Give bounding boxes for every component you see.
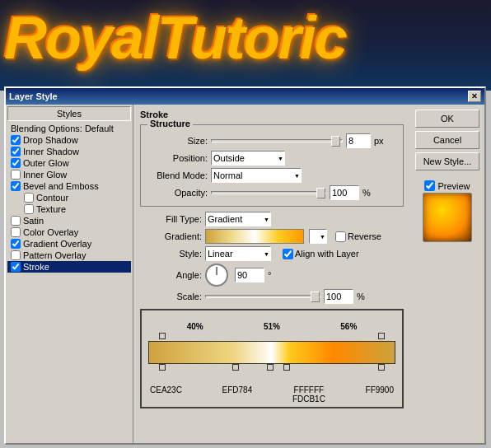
style-select[interactable]: Linear Radial Angle Reflected Diamond xyxy=(205,246,271,261)
align-layer-label[interactable]: Align with Layer xyxy=(283,249,359,259)
gradient-bar[interactable] xyxy=(148,341,395,364)
angle-dial[interactable] xyxy=(205,264,228,287)
style-item-gradient-overlay[interactable]: Gradient Overlay xyxy=(7,238,131,250)
styles-panel: Styles Blending Options: Default Drop Sh… xyxy=(6,105,133,443)
gradient-bar-wrapper: 40% 51% 56% xyxy=(148,322,395,404)
stop-left-bottom[interactable] xyxy=(159,364,166,371)
position-select[interactable]: Outside Inside Center xyxy=(211,151,285,166)
align-layer-text: Align with Layer xyxy=(295,249,359,259)
reverse-label[interactable]: Reverse xyxy=(335,231,381,242)
contour-checkbox[interactable] xyxy=(24,193,34,203)
scale-label: Scale: xyxy=(140,292,202,301)
blend-mode-label: Blend Mode: xyxy=(146,170,208,180)
style-label: Outer Glow xyxy=(23,158,69,168)
position-label: Position: xyxy=(146,153,208,163)
pct-40: 40% xyxy=(187,322,203,331)
cancel-button[interactable]: Cancel xyxy=(415,131,479,149)
pct-56: 56% xyxy=(340,322,357,331)
style-select-wrapper: Linear Radial Angle Reflected Diamond xyxy=(205,246,271,261)
style-item-texture[interactable]: Texture xyxy=(7,203,131,215)
stop-right-top[interactable] xyxy=(378,333,385,339)
preview-checkbox[interactable] xyxy=(424,180,435,191)
size-input[interactable] xyxy=(346,133,371,148)
color-label-1: CEA23C xyxy=(150,385,182,404)
style-item-color-overlay[interactable]: Color Overlay xyxy=(7,226,131,238)
blend-mode-select[interactable]: Normal Multiply Screen Overlay xyxy=(211,168,302,183)
outer-glow-checkbox[interactable] xyxy=(11,158,21,168)
canvas-preview: RoyalTutoric xyxy=(0,0,491,91)
stroke-checkbox[interactable] xyxy=(11,262,21,272)
angle-input[interactable] xyxy=(235,268,264,282)
style-label: Color Overlay xyxy=(23,227,78,237)
scale-input[interactable] xyxy=(324,289,353,304)
color-labels: CEA23C EFD784 FFFFFF FDCB1C FF9900 xyxy=(148,385,395,404)
position-select-wrapper: Outside Inside Center xyxy=(211,151,285,166)
preview-checkbox-row: Preview xyxy=(424,180,470,191)
style-item-satin[interactable]: Satin xyxy=(7,215,131,226)
size-label: Size: xyxy=(146,136,208,146)
stop-mid1-bottom[interactable] xyxy=(232,364,239,371)
style-item-stroke[interactable]: Stroke xyxy=(7,261,131,273)
fill-type-row: Fill Type: Gradient Color Pattern xyxy=(140,212,404,226)
texture-checkbox[interactable] xyxy=(24,204,34,214)
style-item-pattern-overlay[interactable]: Pattern Overlay xyxy=(7,250,131,261)
style-item-drop-shadow[interactable]: Drop Shadow xyxy=(7,134,131,146)
angle-label: Angle: xyxy=(140,270,202,280)
ok-button[interactable]: OK xyxy=(415,110,479,128)
inner-glow-checkbox[interactable] xyxy=(11,170,21,180)
blend-mode-select-wrapper: Normal Multiply Screen Overlay xyxy=(211,168,302,183)
styles-header: Styles xyxy=(7,106,131,121)
style-item-blending[interactable]: Blending Options: Default xyxy=(7,123,131,134)
reverse-checkbox[interactable] xyxy=(335,231,346,242)
structure-label: Structure xyxy=(147,119,193,128)
gradient-dropdown[interactable] xyxy=(309,229,327,244)
style-item-inner-glow[interactable]: Inner Glow xyxy=(7,169,131,180)
stop-left-top[interactable] xyxy=(159,333,166,339)
right-panel: OK Cancel New Style... Preview xyxy=(410,105,484,443)
angle-unit: ° xyxy=(268,270,271,280)
color-label-4: FF9900 xyxy=(366,385,394,404)
style-label: Gradient Overlay xyxy=(23,239,91,249)
gradient-editor: 40% 51% 56% xyxy=(140,309,404,408)
stroke-settings: Stroke Structure Size: px Position: xyxy=(133,105,410,443)
new-style-button[interactable]: New Style... xyxy=(415,152,479,170)
top-stops-row xyxy=(155,333,389,341)
stop-mid3-bottom[interactable] xyxy=(283,364,290,371)
gradient-label: Gradient: xyxy=(140,231,202,241)
style-label: Bevel and Emboss xyxy=(23,181,99,191)
opacity-input[interactable] xyxy=(330,185,359,200)
pattern-overlay-checkbox[interactable] xyxy=(11,250,21,260)
stop-right-bottom[interactable] xyxy=(378,364,385,371)
scale-slider[interactable] xyxy=(205,295,320,298)
angle-needle xyxy=(217,267,217,275)
style-label: Inner Shadow xyxy=(23,147,79,156)
gradient-swatch[interactable] xyxy=(205,229,304,244)
scale-row: Scale: % xyxy=(140,289,404,304)
close-button[interactable]: ✕ xyxy=(468,91,481,102)
size-slider[interactable] xyxy=(211,139,343,142)
opacity-slider[interactable] xyxy=(211,191,326,194)
style-label: Satin xyxy=(23,216,44,226)
fill-type-select-wrapper: Gradient Color Pattern xyxy=(205,212,271,226)
style-item-contour[interactable]: Contour xyxy=(7,192,131,203)
style-label: Blending Options: Default xyxy=(11,124,114,133)
bevel-emboss-checkbox[interactable] xyxy=(11,181,21,191)
fill-type-select[interactable]: Gradient Color Pattern xyxy=(205,212,271,226)
align-layer-checkbox[interactable] xyxy=(283,249,293,259)
inner-shadow-checkbox[interactable] xyxy=(11,147,21,156)
drop-shadow-checkbox[interactable] xyxy=(11,135,21,145)
dialog-body: Styles Blending Options: Default Drop Sh… xyxy=(6,105,484,443)
size-row: Size: px xyxy=(146,133,398,148)
satin-checkbox[interactable] xyxy=(11,216,21,226)
stop-mid2-bottom[interactable] xyxy=(267,364,274,371)
dialog-titlebar: Layer Style ✕ xyxy=(6,88,484,105)
style-item-outer-glow[interactable]: Outer Glow xyxy=(7,157,131,169)
opacity-row: Opacity: % xyxy=(146,185,398,200)
blend-mode-row: Blend Mode: Normal Multiply Screen Overl… xyxy=(146,168,398,183)
color-overlay-checkbox[interactable] xyxy=(11,227,21,237)
gradient-overlay-checkbox[interactable] xyxy=(11,239,21,249)
gradient-dropdown-wrapper xyxy=(309,229,327,244)
style-item-inner-shadow[interactable]: Inner Shadow xyxy=(7,146,131,157)
style-item-bevel-emboss[interactable]: Bevel and Emboss xyxy=(7,180,131,192)
style-label: Inner Glow xyxy=(23,170,67,180)
